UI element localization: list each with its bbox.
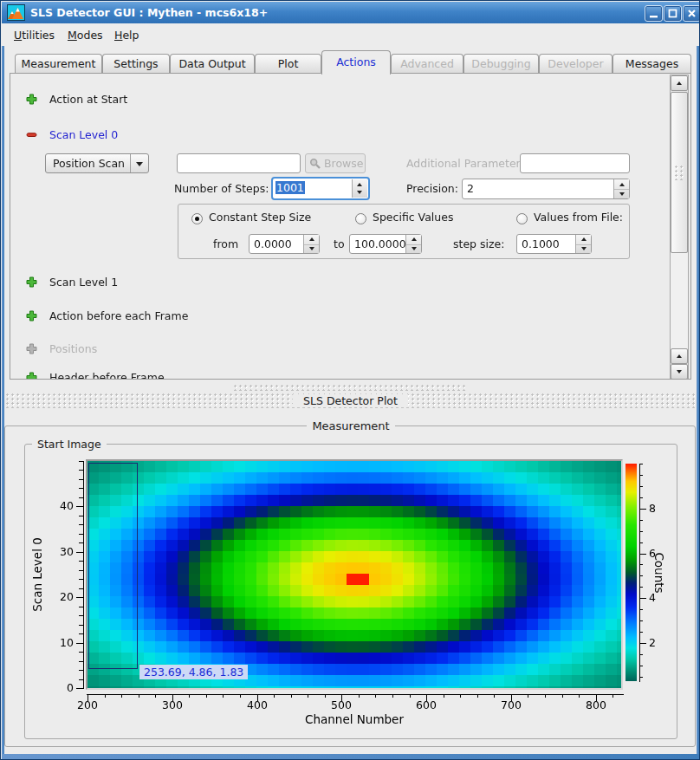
application-window: SLS Detector GUI : Mythen - mcs6x18+ Uti… [0, 0, 700, 760]
spin-up-icon[interactable] [357, 183, 362, 186]
specific-values-label[interactable]: Specific Values [373, 211, 453, 224]
spin-down-icon [412, 247, 417, 250]
expand-plus-icon[interactable] [26, 276, 37, 288]
step-size-label: step size: [453, 237, 504, 250]
tab-debugging: Debugging [463, 54, 539, 73]
measurement-title: Measurement [307, 419, 394, 432]
tab-plot[interactable]: Plot [255, 54, 321, 73]
step-size-value: 0.1000 [522, 237, 560, 250]
from-label: from [213, 237, 238, 250]
scan-level-0-label: Scan Level 0 [49, 128, 118, 141]
window-border-bottom [2, 754, 699, 760]
magnifier-icon [309, 158, 321, 170]
scrollbar-thumb[interactable] [671, 92, 688, 253]
expand-plus-icon[interactable] [26, 310, 37, 322]
spin-down-button[interactable] [614, 189, 629, 198]
app-icon [7, 4, 25, 21]
number-of-steps-value: 1001 [275, 181, 305, 194]
tab-settings[interactable]: Settings [102, 54, 170, 73]
maximize-button[interactable] [664, 5, 682, 22]
number-of-steps-spinbox[interactable]: 1001 [271, 177, 370, 200]
measurement-title-wrap: Measurement [1, 419, 700, 432]
expand-plus-icon[interactable] [26, 372, 37, 380]
plot-splitter-label: SLS Detector Plot [293, 394, 408, 407]
menu-bar: Utilities Modes Help [2, 23, 699, 46]
spin-down-button[interactable] [406, 244, 421, 254]
positions-label: Positions [49, 342, 97, 355]
scan-level-0-row[interactable]: Scan Level 0 [26, 128, 286, 142]
spin-up-icon [619, 183, 625, 186]
browse-button-label: Browse [324, 157, 364, 170]
browse-button: Browse [305, 153, 366, 173]
spin-down-button[interactable] [576, 244, 591, 254]
spin-down-icon [581, 247, 587, 250]
constant-step-size-label[interactable]: Constant Step Size [209, 211, 311, 224]
zoom-selection-rect [88, 463, 138, 669]
tab-actions[interactable]: Actions [321, 50, 391, 75]
positions-row: Positions [26, 342, 286, 356]
spin-up-icon [581, 237, 587, 241]
scroll-down-button[interactable] [671, 364, 688, 380]
spin-buttons [575, 235, 591, 253]
thumb-grip [675, 166, 685, 180]
scroll-up-button[interactable] [671, 75, 688, 91]
colorbar [625, 464, 637, 681]
spin-buttons [613, 179, 629, 198]
menu-modes-accel: M [68, 29, 77, 42]
close-button[interactable] [683, 5, 700, 22]
tab-measurement[interactable]: Measurement [15, 54, 102, 73]
values-from-file-radio[interactable] [516, 213, 528, 224]
tab-advanced: Advanced [391, 54, 463, 73]
spin-buttons [405, 235, 421, 253]
menu-utilities-accel: U [14, 29, 22, 42]
vertical-scrollbar[interactable] [670, 75, 689, 380]
spin-up-icon [309, 237, 314, 241]
action-before-frame-label: Action before each Frame [49, 309, 188, 322]
tab-data-output[interactable]: Data Output [170, 54, 255, 73]
additional-parameter-input[interactable] [520, 153, 630, 173]
arrow-down-icon [677, 370, 682, 374]
specific-values-radio[interactable] [355, 213, 366, 224]
minimize-button[interactable] [645, 5, 663, 22]
expand-plus-icon[interactable] [26, 94, 37, 105]
precision-spinbox[interactable]: 2 [462, 179, 630, 199]
step-size-spinbox[interactable]: 0.1000 [516, 234, 592, 254]
menu-modes[interactable]: Modes [64, 27, 107, 43]
plot-splitter-handle[interactable]: SLS Detector Plot [6, 393, 695, 408]
close-icon [686, 8, 697, 19]
tab-messages[interactable]: Messages [612, 54, 691, 73]
action-at-start-row[interactable]: Action at Start [26, 93, 286, 107]
precision-value: 2 [467, 182, 474, 195]
header-before-frame-label: Header before Frame [49, 371, 165, 380]
expand-plus-icon-disabled [26, 343, 37, 354]
values-from-file-label[interactable]: Values from File: [534, 211, 623, 224]
from-spinbox[interactable]: 0.0000 [249, 234, 320, 254]
menu-utilities[interactable]: Utilities [10, 27, 58, 43]
scrollbar-track[interactable] [671, 253, 688, 348]
header-before-frame-row[interactable]: Header before Frame [26, 371, 286, 380]
splitter-grip[interactable] [234, 385, 465, 391]
menu-utilities-label: tilities [22, 29, 55, 42]
to-spinbox[interactable]: 100.0000 [349, 234, 422, 254]
to-label: to [334, 237, 345, 250]
menu-help-label: elp [122, 29, 139, 42]
title-bar[interactable]: SLS Detector GUI : Mythen - mcs6x18+ [2, 2, 699, 23]
menu-help[interactable]: Help [111, 27, 143, 43]
start-image-title: Start Image [32, 438, 107, 451]
heatmap-canvas[interactable] [88, 461, 621, 688]
from-value: 0.0000 [254, 237, 292, 250]
spin-down-icon[interactable] [357, 191, 362, 194]
scan-level-1-row[interactable]: Scan Level 1 [26, 276, 286, 289]
maximize-icon [667, 8, 678, 19]
constant-step-size-radio[interactable] [191, 213, 203, 224]
collapse-minus-icon[interactable] [26, 129, 37, 140]
spin-down-button[interactable] [304, 244, 319, 254]
action-before-frame-row[interactable]: Action before each Frame [26, 309, 286, 323]
scan-mode-combobox[interactable]: Position Scan [45, 153, 149, 173]
scan-file-input[interactable] [177, 153, 301, 173]
arrow-up-icon [677, 81, 682, 85]
additional-parameter-label: Additional Parameter: [406, 157, 524, 170]
chevron-down-icon [136, 162, 143, 166]
spin-down-icon [619, 192, 625, 196]
scroll-up-button-bottom[interactable] [671, 348, 688, 364]
